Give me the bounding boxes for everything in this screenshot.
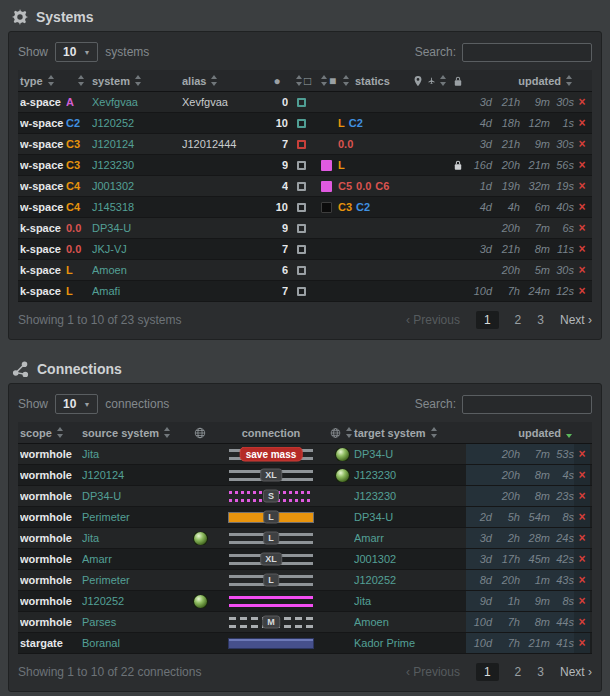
table-row[interactable]: w-space C3 J123230 9 L 16d20h21m56s × [18, 155, 592, 176]
status-square[interactable] [288, 140, 314, 149]
search-input[interactable] [462, 43, 592, 62]
target-system-link[interactable]: J123230 [354, 490, 466, 502]
target-system-link[interactable]: Amoen [354, 616, 466, 628]
sort-icon[interactable] [164, 427, 172, 438]
sort-icon[interactable] [135, 75, 143, 86]
system-link[interactable]: JKJ-VJ [92, 243, 182, 255]
page-button-3[interactable]: 3 [537, 665, 544, 679]
status-square[interactable] [288, 266, 314, 275]
target-system-link[interactable]: Amarr [354, 532, 466, 544]
table-row[interactable]: w-space C3 J120124 J12012444 7 0.0 3d21h… [18, 134, 592, 155]
source-system-link[interactable]: Parses [82, 616, 188, 628]
delete-button[interactable]: × [574, 137, 590, 151]
source-system-link[interactable]: Boranal [82, 637, 188, 649]
source-system-link[interactable]: Jita [82, 448, 188, 460]
table-row[interactable]: w-space C4 J001302 4 C50.0C6 1d19h32m19s… [18, 176, 592, 197]
connection-bar[interactable]: S [229, 489, 313, 504]
sort-icon[interactable] [78, 75, 86, 86]
table-row[interactable]: wormhole Parses M Amoen 10d7h8m44s × [18, 612, 592, 633]
connection-bar[interactable]: XL [229, 552, 313, 567]
sort-icon[interactable] [346, 427, 354, 438]
target-system-link[interactable]: Jita [354, 595, 466, 607]
table-row[interactable]: k-space 0.0 DP34-U 9 20h7m6s × [18, 218, 592, 239]
source-system-link[interactable]: Amarr [82, 553, 188, 565]
delete-button[interactable]: × [574, 633, 590, 653]
system-link[interactable]: J123230 [92, 159, 182, 171]
status-square[interactable] [288, 203, 314, 212]
delete-button[interactable]: × [574, 465, 590, 485]
next-button[interactable]: Next › [560, 313, 592, 327]
system-link[interactable]: DP34-U [92, 222, 182, 234]
delete-button[interactable]: × [574, 179, 590, 193]
previous-button[interactable]: ‹ Previous [406, 665, 460, 679]
delete-button[interactable]: × [574, 284, 590, 298]
delete-button[interactable]: × [574, 95, 590, 109]
system-link[interactable]: J001302 [92, 180, 182, 192]
delete-button[interactable]: × [574, 116, 590, 130]
page-button-3[interactable]: 3 [537, 313, 544, 327]
table-row[interactable]: wormhole Perimeter L J120252 8d20h1m43s … [18, 570, 592, 591]
table-row[interactable]: stargate Boranal Kador Prime 10d7h21m41s… [18, 633, 592, 654]
connection-bar[interactable]: save mass [229, 447, 313, 462]
target-system-link[interactable]: DP34-U [354, 448, 466, 460]
source-system-link[interactable]: J120124 [82, 469, 188, 481]
delete-button[interactable]: × [574, 200, 590, 214]
delete-button[interactable]: × [574, 612, 590, 632]
connection-bar[interactable] [229, 636, 313, 651]
system-link[interactable]: J120252 [92, 117, 182, 129]
table-row[interactable]: k-space L Amafi 7 10d7h24m12s × [18, 281, 592, 302]
table-row[interactable]: wormhole Jita L Amarr 3d2h28m24s × [18, 528, 592, 549]
target-system-link[interactable]: DP34-U [354, 511, 466, 523]
page-button-2[interactable]: 2 [515, 313, 522, 327]
status-square[interactable] [288, 119, 314, 128]
sort-icon[interactable] [211, 75, 219, 86]
system-link[interactable]: J145318 [92, 201, 182, 213]
connection-bar[interactable]: M [229, 615, 313, 630]
search-input[interactable] [462, 395, 592, 414]
system-link[interactable]: Amoen [92, 264, 182, 276]
sort-icon[interactable] [431, 427, 439, 438]
connection-bar[interactable] [229, 594, 313, 609]
delete-button[interactable]: × [574, 242, 590, 256]
source-system-link[interactable]: Perimeter [82, 511, 188, 523]
page-button-1[interactable]: 1 [476, 311, 499, 329]
connection-bar[interactable]: L [229, 573, 313, 588]
sort-desc-icon[interactable] [566, 427, 574, 438]
target-system-link[interactable]: J120252 [354, 574, 466, 586]
source-system-link[interactable]: J120252 [82, 595, 188, 607]
status-square[interactable] [288, 287, 314, 296]
delete-button[interactable]: × [574, 444, 590, 464]
sort-icon[interactable] [48, 75, 56, 86]
page-size-select[interactable]: 10 [55, 394, 98, 414]
status-square[interactable] [288, 245, 314, 254]
target-system-link[interactable]: Kador Prime [354, 637, 466, 649]
sort-icon[interactable] [343, 75, 351, 86]
delete-button[interactable]: × [574, 528, 590, 548]
table-row[interactable]: wormhole Amarr XL J001302 3d17h45m42s × [18, 549, 592, 570]
table-row[interactable]: k-space L Amoen 6 20h5m30s × [18, 260, 592, 281]
page-size-select[interactable]: 10 [55, 42, 98, 62]
table-row[interactable]: w-space C2 J120252 10 LC2 4d18h12m1s × [18, 113, 592, 134]
delete-button[interactable]: × [574, 486, 590, 506]
status-square[interactable] [288, 224, 314, 233]
source-system-link[interactable]: DP34-U [82, 490, 188, 502]
sort-icon[interactable] [566, 75, 574, 86]
source-system-link[interactable]: Jita [82, 532, 188, 544]
delete-button[interactable]: × [574, 549, 590, 569]
system-link[interactable]: J120124 [92, 138, 182, 150]
delete-button[interactable]: × [574, 507, 590, 527]
target-system-link[interactable]: J123230 [354, 469, 466, 481]
status-square[interactable] [288, 161, 314, 170]
table-row[interactable]: wormhole J120124 XL J123230 20h8m4s × [18, 465, 592, 486]
page-button-2[interactable]: 2 [515, 665, 522, 679]
previous-button[interactable]: ‹ Previous [406, 313, 460, 327]
next-button[interactable]: Next › [560, 665, 592, 679]
table-row[interactable]: w-space C4 J145318 10 C3C2 4d4h6m40s × [18, 197, 592, 218]
system-link[interactable]: Xevfgvaa [92, 96, 182, 108]
target-system-link[interactable]: J001302 [354, 553, 466, 565]
table-row[interactable]: wormhole J120252 Jita 9d1h9m8s × [18, 591, 592, 612]
connection-bar[interactable]: L [229, 531, 313, 546]
table-row[interactable]: wormhole DP34-U S J123230 20h8m23s × [18, 486, 592, 507]
sort-icon[interactable] [296, 75, 304, 86]
delete-button[interactable]: × [574, 263, 590, 277]
